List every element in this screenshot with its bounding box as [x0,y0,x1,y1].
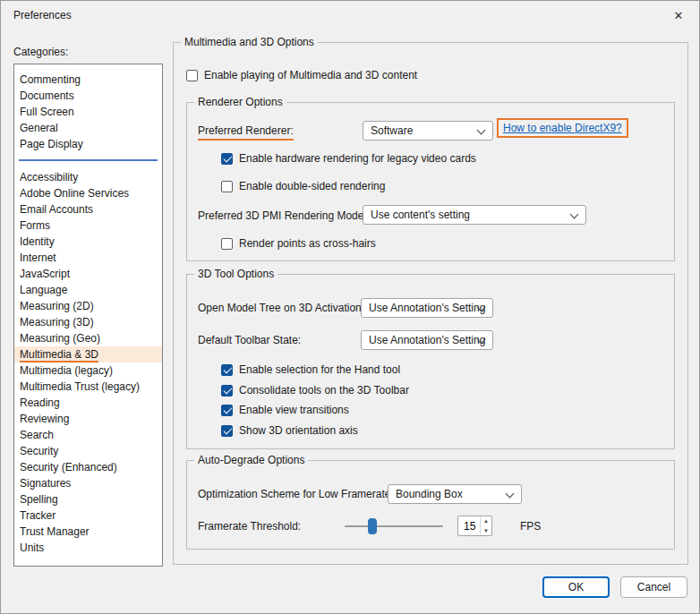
optimization-select[interactable]: Bounding Box [388,484,522,504]
spin-down-icon[interactable]: ▼ [481,526,491,536]
hardware-rendering-label: Enable hardware rendering for legacy vid… [239,152,476,165]
cancel-button[interactable]: Cancel [620,576,687,598]
framerate-slider[interactable] [345,518,443,534]
category-multimedia-trust-legacy[interactable]: Multimedia Trust (legacy) [14,379,162,395]
category-multimedia-3d[interactable]: Multimedia & 3D [14,346,162,362]
window-title: Preferences [13,9,72,21]
framerate-label: Framerate Threshold: [198,519,301,533]
view-transitions-label: Enable view transitions [239,404,349,416]
double-sided-checkbox[interactable] [221,181,233,192]
category-identity[interactable]: Identity [14,234,162,250]
category-units[interactable]: Units [14,540,162,556]
auto-degrade-title: Auto-Degrade Options [194,454,308,466]
hand-tool-checkbox[interactable] [221,364,233,376]
category-documents[interactable]: Documents [14,88,162,104]
enable-multimedia-checkbox[interactable] [186,70,198,81]
category-accessibility[interactable]: Accessibility [14,169,162,185]
category-multimedia-legacy[interactable]: Multimedia (legacy) [14,362,162,379]
spin-up-icon[interactable]: ▲ [481,516,491,526]
category-tracker[interactable]: Tracker [14,507,162,524]
ok-button[interactable]: OK [542,576,610,598]
framerate-input[interactable] [458,516,480,535]
directx-help-link[interactable]: How to enable DirectX9? [503,122,622,134]
preferred-renderer-select[interactable]: Software [363,121,493,141]
category-search[interactable]: Search [14,427,162,443]
crosshairs-row[interactable]: Render points as cross-hairs [221,236,376,251]
toolbar-state-label: Default Toolbar State: [198,333,301,347]
category-trust-manager[interactable]: Trust Manager [14,524,162,540]
category-javascript[interactable]: JavaScript [14,266,162,282]
orientation-axis-row[interactable]: Show 3D orientation axis [221,423,358,438]
category-internet[interactable]: Internet [14,250,162,266]
category-page-display[interactable]: Page Display [14,136,162,152]
renderer-options-group: Renderer Options Preferred Renderer: Sof… [186,102,675,261]
categories-label: Categories: [13,46,68,58]
3d-tool-options-group: 3D Tool Options Open Model Tree on 3D Ac… [186,274,675,449]
hardware-rendering-row[interactable]: Enable hardware rendering for legacy vid… [221,151,476,166]
category-commenting[interactable]: Commenting [14,72,162,88]
close-button[interactable]: ✕ [658,1,699,30]
view-transitions-row[interactable]: Enable view transitions [221,403,349,417]
optimization-label: Optimization Scheme for Low Framerate: [198,487,394,501]
panel-title: Multimedia and 3D Options [181,36,318,48]
selected-category-label: Multimedia & 3D [20,348,98,362]
hand-tool-row[interactable]: Enable selection for the Hand tool [221,362,400,377]
enable-multimedia-row[interactable]: Enable playing of Multimedia and 3D cont… [186,68,417,82]
auto-degrade-options-group: Auto-Degrade Options Optimization Scheme… [186,460,675,550]
category-measuring-2d[interactable]: Measuring (2D) [14,298,162,314]
chevron-down-icon [506,490,515,499]
model-tree-value: Use Annotation's Setting [369,302,485,314]
category-general[interactable]: General [14,120,162,136]
toolbar-state-select[interactable]: Use Annotation's Setting [361,330,493,350]
renderer-options-title: Renderer Options [194,96,286,108]
category-spelling[interactable]: Spelling [14,491,162,507]
framerate-spinner: ▲ ▼ [457,516,492,536]
titlebar: Preferences ✕ [1,1,699,30]
consolidate-row[interactable]: Consolidate tools on the 3D Toolbar [221,383,409,397]
preferred-renderer-value: Software [371,124,413,137]
optimization-value: Bounding Box [396,488,463,500]
category-measuring-3d[interactable]: Measuring (3D) [14,314,162,330]
double-sided-label: Enable double-sided rendering [239,180,385,192]
category-reading[interactable]: Reading [14,395,162,411]
pmi-mode-value: Use content's setting [371,209,470,221]
chevron-down-icon [570,210,579,219]
category-forms[interactable]: Forms [14,217,162,234]
preferences-dialog: Preferences ✕ Categories: Commenting Doc… [0,0,700,614]
enable-multimedia-label: Enable playing of Multimedia and 3D cont… [204,69,417,81]
orientation-axis-checkbox[interactable] [221,425,233,437]
orientation-axis-label: Show 3D orientation axis [239,424,358,437]
pmi-mode-select[interactable]: Use content's setting [363,205,586,225]
hand-tool-label: Enable selection for the Hand tool [239,363,400,376]
category-divider [19,159,158,161]
spinner-arrows: ▲ ▼ [480,516,491,535]
pmi-mode-label: Preferred 3D PMI Rendering Mode: [198,209,367,223]
slider-thumb[interactable] [368,518,377,534]
categories-list: Commenting Documents Full Screen General… [13,64,163,567]
category-language[interactable]: Language [14,282,162,298]
category-adobe-online-services[interactable]: Adobe Online Services [14,185,162,201]
3d-tool-options-title: 3D Tool Options [194,268,277,280]
category-reviewing[interactable]: Reviewing [14,411,162,427]
category-security-enhanced[interactable]: Security (Enhanced) [14,459,162,475]
framerate-unit-label: FPS [520,519,541,533]
consolidate-checkbox[interactable] [221,385,233,397]
close-icon: ✕ [674,9,684,22]
category-security[interactable]: Security [14,443,162,459]
crosshairs-checkbox[interactable] [221,238,233,250]
multimedia-3d-options-group: Multimedia and 3D Options Enable playing… [173,42,688,565]
chevron-down-icon [477,126,486,135]
preferred-renderer-label: Preferred Renderer: [198,124,294,141]
category-measuring-geo[interactable]: Measuring (Geo) [14,330,162,346]
category-full-screen[interactable]: Full Screen [14,104,162,120]
consolidate-label: Consolidate tools on the 3D Toolbar [239,384,409,397]
view-transitions-checkbox[interactable] [221,405,233,416]
double-sided-row[interactable]: Enable double-sided rendering [221,179,385,193]
hardware-rendering-checkbox[interactable] [221,153,233,165]
model-tree-select[interactable]: Use Annotation's Setting [361,298,493,318]
category-signatures[interactable]: Signatures [14,475,162,491]
model-tree-label: Open Model Tree on 3D Activation: [198,301,364,315]
directx-link-highlight: How to enable DirectX9? [497,118,628,138]
category-email-accounts[interactable]: Email Accounts [14,201,162,217]
slider-track [345,525,443,527]
